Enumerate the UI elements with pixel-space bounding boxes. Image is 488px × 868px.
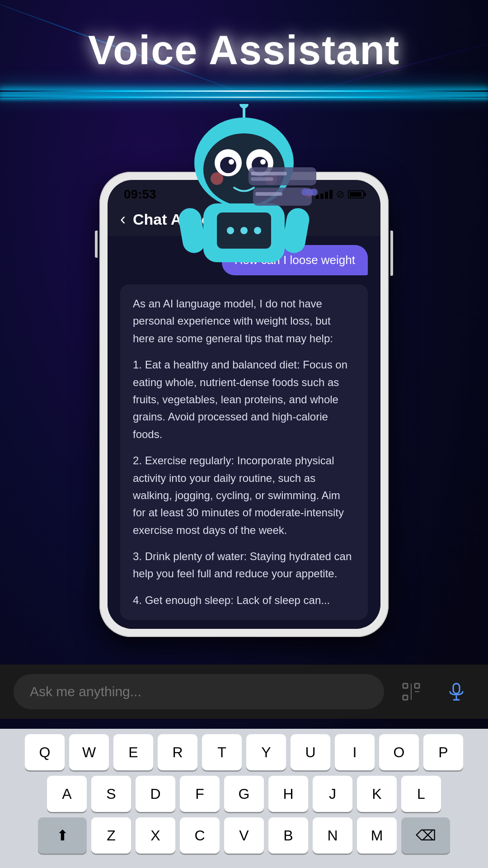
neon-bar-bottom xyxy=(0,97,488,98)
svg-rect-28 xyxy=(415,684,419,688)
svg-point-14 xyxy=(227,227,234,234)
mic-button[interactable] xyxy=(438,674,474,710)
svg-point-6 xyxy=(220,157,236,173)
key-A[interactable]: A xyxy=(47,776,87,812)
svg-point-8 xyxy=(229,159,234,165)
robot-illustration xyxy=(167,104,321,276)
mic-icon xyxy=(446,682,466,702)
chat-area: How can I loose weight As an AI language… xyxy=(108,236,380,629)
key-W[interactable]: W xyxy=(69,734,109,770)
svg-rect-21 xyxy=(251,177,273,181)
battery-icon xyxy=(348,190,364,198)
scan-button[interactable] xyxy=(393,674,429,710)
robot-wrap xyxy=(167,104,321,276)
key-Q[interactable]: Q xyxy=(25,734,65,770)
ai-para-3: 2. Exercise regularly: Incorporate physi… xyxy=(133,452,355,539)
key-J[interactable]: J xyxy=(313,776,352,812)
svg-point-9 xyxy=(260,159,266,165)
chat-input[interactable] xyxy=(14,674,384,709)
ai-para-5: 4. Get enough sleep: Lack of sleep can..… xyxy=(133,592,355,609)
app-title: Voice Assistant xyxy=(0,27,488,74)
key-T[interactable]: T xyxy=(202,734,242,770)
keyboard-row-3: ⬆ Z X C V B N M ⌫ xyxy=(4,817,484,854)
key-L[interactable]: L xyxy=(401,776,441,812)
svg-point-26 xyxy=(310,189,318,196)
svg-point-1 xyxy=(239,104,249,108)
neon-bar-top xyxy=(0,90,488,92)
svg-point-15 xyxy=(240,227,248,234)
key-F[interactable]: F xyxy=(180,776,220,812)
app-title-wrap: Voice Assistant xyxy=(0,27,488,74)
svg-rect-29 xyxy=(403,695,408,700)
input-bar xyxy=(0,665,488,719)
key-H[interactable]: H xyxy=(268,776,308,812)
key-B[interactable]: B xyxy=(268,817,308,854)
svg-rect-27 xyxy=(403,684,408,688)
status-time: 09:53 xyxy=(124,187,156,202)
key-X[interactable]: X xyxy=(136,817,175,854)
ai-para-1: As an AI language model, I do not have p… xyxy=(133,295,355,347)
key-Y[interactable]: Y xyxy=(246,734,286,770)
ai-para-4: 3. Drink plenty of water: Staying hydrat… xyxy=(133,548,355,583)
ai-response: As an AI language model, I do not have p… xyxy=(120,284,368,620)
keyboard-row-1: Q W E R T Y U I O P xyxy=(4,734,484,770)
svg-point-16 xyxy=(254,227,261,234)
key-C[interactable]: C xyxy=(180,817,220,854)
key-G[interactable]: G xyxy=(224,776,264,812)
key-K[interactable]: K xyxy=(357,776,397,812)
key-P[interactable]: P xyxy=(423,734,463,770)
key-S[interactable]: S xyxy=(91,776,131,812)
ai-para-2: 1. Eat a healthy and balanced diet: Focu… xyxy=(133,356,355,443)
key-D[interactable]: D xyxy=(136,776,175,812)
key-V[interactable]: V xyxy=(224,817,264,854)
svg-rect-19 xyxy=(249,167,316,185)
svg-rect-18 xyxy=(177,206,207,255)
key-O[interactable]: O xyxy=(379,734,419,770)
svg-rect-17 xyxy=(281,206,311,255)
key-U[interactable]: U xyxy=(291,734,330,770)
key-R[interactable]: R xyxy=(158,734,197,770)
svg-rect-32 xyxy=(453,684,460,693)
svg-rect-23 xyxy=(255,192,282,196)
svg-point-10 xyxy=(211,172,223,185)
phone-power-button xyxy=(390,231,393,276)
key-I[interactable]: I xyxy=(335,734,375,770)
key-M[interactable]: M xyxy=(357,817,397,854)
key-shift[interactable]: ⬆ xyxy=(38,817,87,854)
key-N[interactable]: N xyxy=(313,817,352,854)
wifi-icon: ⊘ xyxy=(336,189,344,200)
svg-rect-20 xyxy=(251,172,287,175)
key-delete[interactable]: ⌫ xyxy=(401,817,450,854)
keyboard: Q W E R T Y U I O P A S D F G H J K L ⬆ … xyxy=(0,729,488,868)
keyboard-row-2: A S D F G H J K L xyxy=(4,776,484,812)
key-Z[interactable]: Z xyxy=(91,817,131,854)
scan-icon xyxy=(401,682,421,702)
back-button[interactable]: ‹ xyxy=(120,210,126,229)
key-E[interactable]: E xyxy=(113,734,153,770)
phone-volume-button xyxy=(95,231,98,258)
